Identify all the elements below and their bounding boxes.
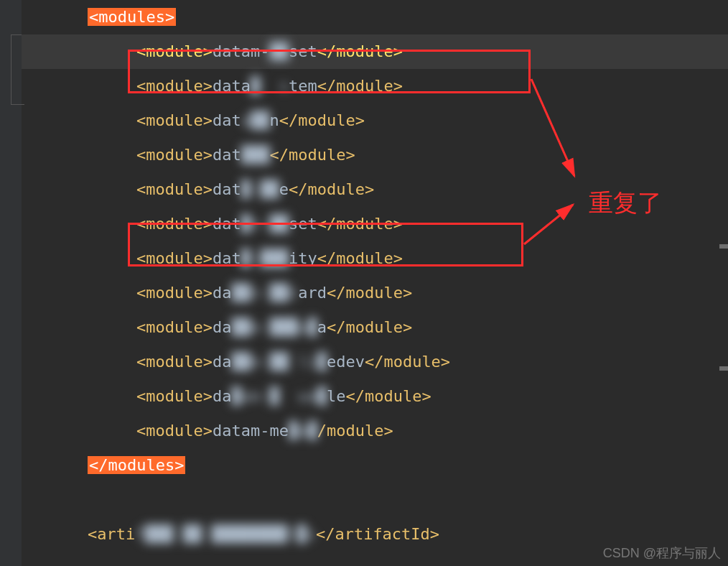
tag-module-open: <module> <box>136 42 213 60</box>
blurred-text: ███ <box>241 138 270 172</box>
blurred-text: ██n-██n <box>231 276 298 310</box>
code-line[interactable]: <modules> <box>22 0 728 34</box>
module-text: dat <box>213 241 241 276</box>
code-line[interactable]: <module>data██n</module> <box>22 103 728 138</box>
module-text: datam-me <box>213 414 289 448</box>
tag-modules-open: <modules> <box>88 8 176 26</box>
tag-module-open: <module> <box>136 77 213 95</box>
tag-module-open: <module> <box>136 353 213 371</box>
tag-module-close: </module> <box>289 180 374 198</box>
module-text: data <box>213 69 251 103</box>
tag-module-open: <module> <box>136 387 213 405</box>
tag-module-close-partial: /module> <box>317 422 393 440</box>
blurred-text: █-███ <box>241 241 289 276</box>
code-area[interactable]: <modules> <module>datam-██set</module> <… <box>22 0 728 566</box>
tag-module-open: <module> <box>136 249 213 267</box>
watermark: CSDN @程序与丽人 <box>603 544 721 562</box>
tag-module-close: </module> <box>327 284 412 302</box>
code-line-empty[interactable] <box>22 483 728 517</box>
module-text: set <box>289 34 317 69</box>
tag-module-close: </module> <box>269 146 355 164</box>
tag-module-close: </module> <box>327 318 412 336</box>
module-text: n <box>269 103 279 138</box>
code-line[interactable]: <module>dat███</module> <box>22 138 728 172</box>
code-line[interactable]: <module>da██m-██ li█edev</module> <box>22 345 728 379</box>
code-line[interactable]: <module>dat█-███ity</module> <box>22 241 728 276</box>
mark <box>719 244 728 249</box>
module-text: ard <box>298 276 327 310</box>
tag-module-close: </module> <box>317 42 403 60</box>
code-line[interactable]: <module>data█ stem</module> <box>22 69 728 103</box>
tag-module-close: </module> <box>317 77 403 95</box>
gutter <box>0 0 22 566</box>
tag-module-close: </module> <box>279 111 365 129</box>
blurred-text: █a█ <box>289 414 317 448</box>
blurred-text: a██ <box>241 103 270 138</box>
blurred-text: █ s <box>251 69 289 103</box>
blurred-text: f███ ██ ████████l█s <box>135 517 316 552</box>
tag-module-open: <module> <box>136 284 213 302</box>
module-text: dat <box>213 207 241 241</box>
annotation-text: 重复了 <box>589 187 662 220</box>
module-text: tem <box>289 69 317 103</box>
scrollbar-marks[interactable] <box>718 0 728 566</box>
tag-artifact-close: </artifactId> <box>316 525 439 543</box>
code-line[interactable]: <module>da██n-██nard</module> <box>22 276 728 310</box>
blurred-text: █am-█ wa█ <box>231 379 326 414</box>
module-text: da <box>213 379 232 414</box>
blurred-text: ██m-███u█ <box>231 310 317 345</box>
code-line[interactable]: </modules> <box>22 448 728 483</box>
tag-module-open: <module> <box>136 318 213 336</box>
tag-module-close: </module> <box>317 249 403 267</box>
module-text: da <box>213 310 232 345</box>
module-text: le <box>327 379 346 414</box>
blurred-text: █-██ <box>241 172 279 207</box>
blurred-text: █n-██ <box>241 207 289 241</box>
tag-module-close: </module> <box>317 215 403 233</box>
module-text: da <box>213 276 232 310</box>
module-text: dat <box>213 172 241 207</box>
module-text: dat <box>213 138 241 172</box>
tag-modules-close: </modules> <box>88 456 185 474</box>
tag-artifact-open: <arti <box>88 517 135 552</box>
code-line[interactable]: <module>da█am-█ wa█le</module> <box>22 379 728 414</box>
blurred-text: ██ <box>269 34 289 69</box>
tag-module-open: <module> <box>136 215 213 233</box>
module-text: edev <box>327 345 365 379</box>
code-editor[interactable]: <modules> <module>datam-██set</module> <… <box>0 0 728 566</box>
tag-module-close: </module> <box>365 353 450 371</box>
module-text: datam- <box>213 34 269 69</box>
module-text: e <box>279 172 289 207</box>
module-text: da <box>213 345 232 379</box>
code-line[interactable]: <module>da██m-███u█a</module> <box>22 310 728 345</box>
tag-module-open: <module> <box>136 111 213 129</box>
module-text: dat <box>213 103 241 138</box>
mark <box>719 366 728 371</box>
blurred-text: ██m-██ li█ <box>231 345 326 379</box>
tag-module-open: <module> <box>136 422 213 440</box>
code-line[interactable]: <module>datam-me█a█/module> <box>22 414 728 448</box>
code-line-highlighted[interactable]: <module>datam-██set</module> <box>22 34 728 69</box>
tag-module-open: <module> <box>136 146 213 164</box>
module-text: set <box>289 207 317 241</box>
module-text: ity <box>289 241 317 276</box>
tag-module-close: </module> <box>345 387 431 405</box>
module-text: a <box>317 310 327 345</box>
tag-module-open: <module> <box>136 180 213 198</box>
